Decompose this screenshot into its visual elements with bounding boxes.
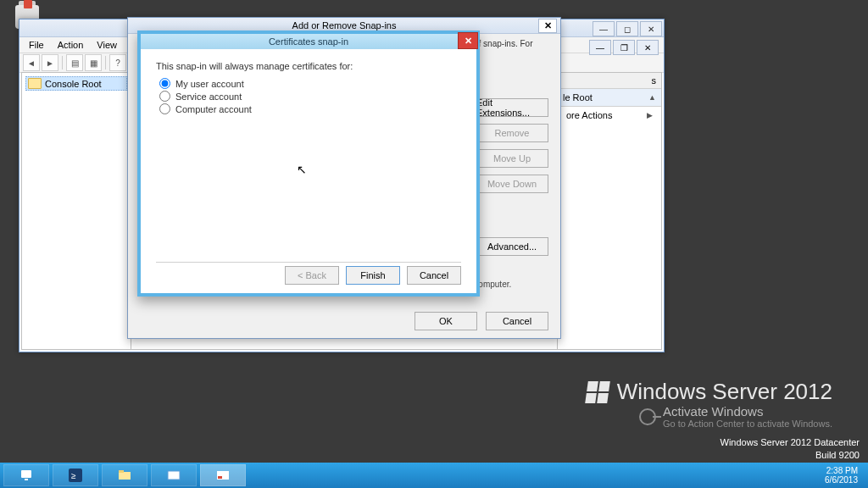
key-icon xyxy=(639,408,656,425)
wizard-prompt: This snap-in will always manage certific… xyxy=(156,61,461,71)
ok-button[interactable]: OK xyxy=(415,312,477,330)
actions-section[interactable]: le Root ▲ xyxy=(558,89,661,107)
edit-extensions-button[interactable]: Edit Extensions... xyxy=(476,98,548,117)
os-brand: Windows Server 2012 xyxy=(587,379,832,405)
generic-app-icon xyxy=(167,469,181,482)
snapin-desc-fragment: of snap-ins. For xyxy=(474,39,550,48)
radio-user-input[interactable] xyxy=(159,78,170,89)
powershell-icon: ≥ xyxy=(69,469,82,482)
close-button[interactable]: ✕ xyxy=(640,21,662,36)
svg-rect-1 xyxy=(25,479,28,480)
taskbar-powershell[interactable]: ≥ xyxy=(53,464,98,486)
radio-my-user-account[interactable]: My user account xyxy=(159,78,461,89)
actions-header: s xyxy=(558,73,661,89)
more-actions-item[interactable]: ore Actions ▶ xyxy=(558,107,661,124)
menu-action[interactable]: Action xyxy=(52,39,90,51)
move-up-button[interactable]: Move Up xyxy=(476,149,548,168)
radio-computer-account[interactable]: Computer account xyxy=(159,103,461,114)
folder-icon xyxy=(28,78,42,89)
svg-rect-0 xyxy=(21,470,31,478)
build-info: Windows Server 2012 Datacenter Build 920… xyxy=(721,436,860,461)
radio-service-input[interactable] xyxy=(159,91,170,102)
system-tray[interactable]: 2:38 PM 6/6/2013 xyxy=(825,466,865,485)
radio-computer-input[interactable] xyxy=(159,103,170,114)
minimize-button[interactable]: — xyxy=(593,21,615,36)
menu-view[interactable]: View xyxy=(91,39,123,51)
properties-button[interactable]: ▦ xyxy=(85,54,102,71)
taskbar-mmc[interactable] xyxy=(200,464,246,486)
move-down-button[interactable]: Move Down xyxy=(476,175,548,193)
wizard-cancel-button[interactable]: Cancel xyxy=(407,266,461,285)
tree-root-item[interactable]: Console Root xyxy=(25,76,127,91)
server-manager-icon xyxy=(19,469,33,482)
forward-button[interactable]: ► xyxy=(42,54,58,71)
taskbar-explorer[interactable] xyxy=(102,464,147,486)
taskbar-server-manager[interactable] xyxy=(3,464,49,486)
wizard-back-button[interactable]: < Back xyxy=(285,266,339,285)
svg-text:≥: ≥ xyxy=(71,471,76,480)
doc-minimize-button[interactable]: — xyxy=(589,40,611,55)
wizard-titlebar[interactable]: Certificates snap-in ✕ xyxy=(141,34,476,49)
mmc-icon xyxy=(216,469,230,482)
activate-windows-watermark: Activate Windows Go to Action Center to … xyxy=(639,404,832,429)
advanced-button[interactable]: Advanced... xyxy=(476,237,548,256)
up-button[interactable]: ▤ xyxy=(66,54,83,71)
windows-logo-icon xyxy=(585,381,610,403)
menu-file[interactable]: File xyxy=(23,39,50,51)
back-button[interactable]: ◄ xyxy=(23,54,40,71)
taskbar-app-1[interactable] xyxy=(151,464,197,486)
add-remove-title-text: Add or Remove Snap-ins xyxy=(292,20,397,30)
wizard-close-button[interactable]: ✕ xyxy=(458,32,478,49)
svg-rect-5 xyxy=(119,470,124,473)
doc-restore-button[interactable]: ❐ xyxy=(613,40,635,55)
clock[interactable]: 2:38 PM 6/6/2013 xyxy=(825,466,858,485)
chevron-up-icon: ▲ xyxy=(648,93,656,102)
tree-root-label: Console Root xyxy=(45,79,102,89)
svg-rect-8 xyxy=(218,476,222,479)
maximize-button[interactable]: ◻ xyxy=(616,21,638,36)
wizard-title-text: Certificates snap-in xyxy=(269,36,348,47)
doc-close-button[interactable]: ✕ xyxy=(637,40,659,55)
tree-pane[interactable]: Console Root xyxy=(21,72,131,350)
chevron-right-icon: ▶ xyxy=(647,111,653,119)
explorer-icon xyxy=(118,469,131,482)
radio-service-account[interactable]: Service account xyxy=(159,91,461,102)
help-button[interactable]: ? xyxy=(109,54,126,71)
certificates-snapin-dialog: Certificates snap-in ✕ This snap-in will… xyxy=(137,30,480,297)
taskbar[interactable]: ≥ 2:38 PM 6/6/2013 xyxy=(0,463,868,488)
remove-button[interactable]: Remove xyxy=(476,124,548,142)
cancel-button[interactable]: Cancel xyxy=(486,312,548,330)
add-remove-close-button[interactable]: ✕ xyxy=(538,19,557,33)
svg-rect-4 xyxy=(119,472,131,480)
svg-rect-6 xyxy=(168,471,180,480)
mouse-cursor-icon: ↖ xyxy=(297,163,307,176)
wizard-finish-button[interactable]: Finish xyxy=(346,266,400,285)
actions-pane: s le Root ▲ ore Actions ▶ xyxy=(558,72,662,350)
